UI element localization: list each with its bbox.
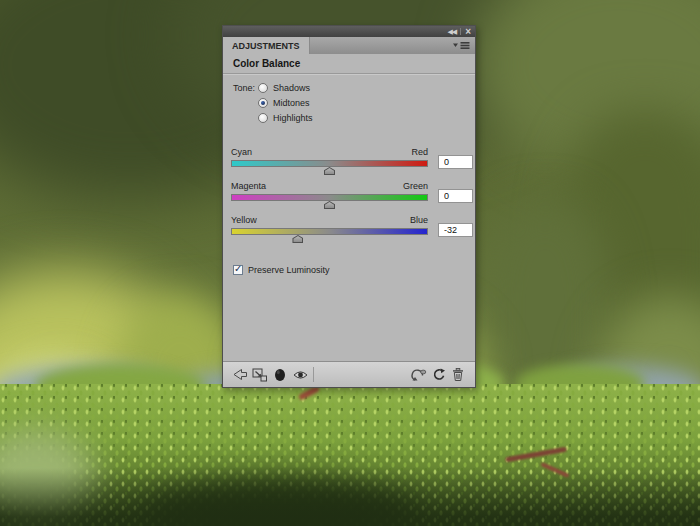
slider-label-left: Magenta: [231, 181, 266, 192]
slider-track[interactable]: [231, 228, 428, 235]
radio-label: Highlights: [273, 113, 313, 123]
close-panel-button[interactable]: ×: [465, 28, 471, 36]
slider-label-right: Green: [403, 181, 428, 192]
radio-label: Shadows: [273, 83, 310, 93]
panel-menu-icon[interactable]: [453, 41, 470, 52]
slider-value-input[interactable]: [438, 189, 473, 203]
slider-label-left: Yellow: [231, 215, 257, 226]
slider-value-input[interactable]: [438, 223, 473, 237]
panel-content: Color Balance Tone: Shadows Midtones Hig…: [223, 54, 475, 361]
slider-track[interactable]: [231, 160, 428, 167]
preserve-luminosity-checkbox[interactable]: ✓: [233, 265, 243, 275]
tab-adjustments[interactable]: ADJUSTMENTS: [223, 37, 310, 54]
radio-button[interactable]: [258, 98, 268, 108]
slider-track[interactable]: [231, 194, 428, 201]
delete-trash-icon[interactable]: [448, 366, 468, 384]
clip-to-layer-icon[interactable]: [250, 366, 270, 384]
view-previous-state-icon[interactable]: [408, 366, 428, 384]
return-arrow-icon[interactable]: [230, 366, 250, 384]
radio-label: Midtones: [273, 98, 310, 108]
radio-button[interactable]: [258, 83, 268, 93]
checkbox-label: Preserve Luminosity: [248, 265, 330, 275]
slider-label-right: Red: [411, 147, 428, 158]
adjustments-panel: ◀◀ × ADJUSTMENTS Color Balance Tone: S: [222, 25, 476, 388]
radio-shadows[interactable]: Shadows: [258, 82, 310, 93]
adjustment-circle-icon[interactable]: [270, 366, 290, 384]
reset-icon[interactable]: [428, 366, 448, 384]
slider-value-input[interactable]: [438, 155, 473, 169]
slider-label-right: Blue: [410, 215, 428, 226]
collapse-to-icons-button[interactable]: ◀◀: [447, 28, 456, 35]
radio-highlights[interactable]: Highlights: [258, 112, 313, 123]
preserve-luminosity-row[interactable]: ✓ Preserve Luminosity: [233, 265, 330, 275]
photo-shadow: [0, 468, 700, 526]
divider: [223, 73, 475, 75]
slider-thumb[interactable]: [324, 201, 335, 209]
slider-cyan-red: Cyan Red: [231, 147, 428, 177]
slider-thumb[interactable]: [324, 167, 335, 175]
tone-label: Tone:: [233, 83, 255, 93]
slider-label-left: Cyan: [231, 147, 252, 158]
screen: ◀◀ × ADJUSTMENTS Color Balance Tone: S: [0, 0, 700, 526]
toggle-visibility-eye-icon[interactable]: [290, 366, 310, 384]
toolbar-divider: [313, 367, 314, 382]
slider-yellow-blue: Yellow Blue: [231, 215, 428, 245]
slider-thumb[interactable]: [292, 235, 303, 243]
panel-topbar: ◀◀ ×: [223, 26, 475, 37]
radio-midtones[interactable]: Midtones: [258, 97, 310, 108]
panel-tab-row: ADJUSTMENTS: [223, 37, 475, 54]
radio-button[interactable]: [258, 113, 268, 123]
panel-toolbar: [223, 361, 475, 387]
topbar-divider: [460, 28, 461, 35]
page-title: Color Balance: [233, 58, 300, 69]
slider-magenta-green: Magenta Green: [231, 181, 428, 211]
